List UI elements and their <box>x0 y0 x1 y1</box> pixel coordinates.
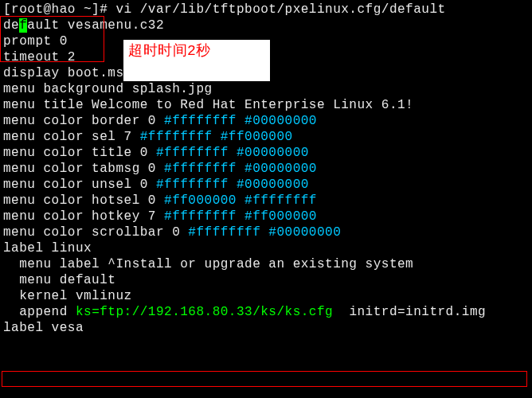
shell-prompt: [root@hao ~]# <box>3 2 115 17</box>
file-line-menubg: menu background splash.jpg <box>3 81 529 97</box>
file-line-label-linux: label linux <box>3 240 529 256</box>
text: menu color hotsel 0 <box>3 193 164 208</box>
color-hex: #ffffffff #00000000 <box>156 178 309 192</box>
file-line-color-hotsel: menu color hotsel 0 #ff000000 #ffffffff <box>3 193 529 209</box>
text: menu color border 0 <box>3 114 164 128</box>
annotation-box-append <box>2 371 527 387</box>
text: menu color scrollbar 0 <box>3 225 188 240</box>
file-line-kernel: kernel vmlinuz <box>3 288 529 304</box>
text-pre-cursor: de <box>3 18 19 33</box>
prompt-line: [root@hao ~]# vi /var/lib/tftpboot/pxeli… <box>3 2 529 18</box>
file-line-color-scrollbar: menu color scrollbar 0 #ffffffff #000000… <box>3 224 529 240</box>
color-hex: #ffffffff #00000000 <box>164 114 317 128</box>
file-line-color-title: menu color title 0 #ffffffff #00000000 <box>3 145 529 161</box>
file-line-color-sel: menu color sel 7 #ffffffff #ff000000 <box>3 129 529 145</box>
file-line-color-unsel: menu color unsel 0 #ffffffff #00000000 <box>3 177 529 193</box>
text-post-cursor: ault vesamenu.c32 <box>27 18 164 33</box>
text: append <box>3 305 76 319</box>
file-line-menu-default: menu default <box>3 272 529 288</box>
file-line-color-border: menu color border 0 #ffffffff #00000000 <box>3 113 529 129</box>
text: menu color tabmsg 0 <box>3 162 164 176</box>
file-line-append: append ks=ftp://192.168.80.33/ks/ks.cfg … <box>3 304 529 320</box>
file-line-color-tabmsg: menu color tabmsg 0 #ffffffff #00000000 <box>3 161 529 177</box>
file-line-1: default vesamenu.c32 <box>3 18 529 33</box>
file-line-label-vesa: label vesa <box>3 320 529 336</box>
annotation-label-text: 超时时间2秒 <box>128 43 211 59</box>
cursor-icon: f <box>19 18 27 33</box>
file-line-menu-label: menu label ^Install or upgrade an existi… <box>3 256 529 272</box>
text: initrd=initrd.img <box>333 305 486 319</box>
text: menu color hotkey 7 <box>3 209 164 224</box>
color-hex: #ff000000 #ffffffff <box>164 193 317 208</box>
color-hex: #ffffffff #ff000000 <box>140 130 293 144</box>
vi-command: vi /var/lib/tftpboot/pxelinux.cfg/defaul… <box>115 2 445 17</box>
color-hex: #ffffffff #00000000 <box>156 146 309 160</box>
ks-url: ks=ftp://192.168.80.33/ks/ks.cfg <box>76 305 333 319</box>
color-hex: #ffffffff #ff000000 <box>164 209 317 224</box>
text: menu color title 0 <box>3 146 156 160</box>
color-hex: #ffffffff #00000000 <box>164 162 317 176</box>
text: menu color unsel 0 <box>3 178 156 192</box>
annotation-label: 超时时间2秒 <box>123 40 270 81</box>
file-line-color-hotkey: menu color hotkey 7 #ffffffff #ff000000 <box>3 209 529 224</box>
color-hex: #ffffffff #00000000 <box>188 225 341 240</box>
file-line-menutitle: menu title Welcome to Red Hat Enterprise… <box>3 97 529 113</box>
text: menu color sel 7 <box>3 130 140 144</box>
